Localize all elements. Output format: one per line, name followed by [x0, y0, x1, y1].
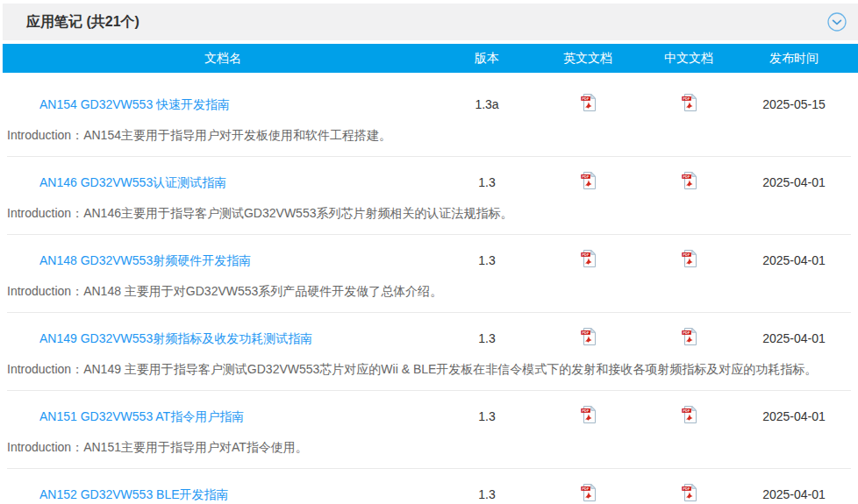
pdf-icon[interactable]: PDF — [581, 94, 596, 111]
column-header-version: 版本 — [439, 51, 535, 67]
doc-link[interactable]: AN146 GD32VW553认证测试指南 — [39, 175, 226, 189]
doc-date: 2025-04-01 — [737, 409, 851, 423]
doc-date: 2025-04-01 — [737, 253, 851, 267]
doc-introduction: Introduction：AN154主要用于指导用户对开发板使用和软件工程搭建。 — [7, 127, 851, 143]
svg-text:PDF: PDF — [683, 252, 690, 257]
table-header-row: 文档名 版本 英文文档 中文文档 发布时间 — [3, 44, 858, 73]
table-row: AN149 GD32VW553射频指标及收发功耗测试指南 1.3 PDF PDF… — [7, 313, 851, 391]
column-header-docname: 文档名 — [7, 51, 439, 67]
doc-introduction: Introduction：AN148 主要用于对GD32VW553系列产品硬件开… — [7, 283, 851, 299]
doc-date: 2025-05-15 — [737, 97, 851, 111]
svg-text:PDF: PDF — [683, 96, 690, 101]
pdf-icon[interactable]: PDF — [581, 250, 596, 267]
pdf-icon[interactable]: PDF — [581, 484, 596, 501]
doc-introduction: Introduction：AN146主要用于指导客户测试GD32VW553系列芯… — [7, 205, 851, 221]
doc-introduction: Introduction：AN149 主要用于指导客户测试GD32VW553芯片… — [7, 361, 851, 377]
doc-link[interactable]: AN154 GD32VW553 快速开发指南 — [39, 97, 230, 111]
doc-introduction: Introduction：AN151主要用于指导用户对AT指令使用。 — [7, 439, 851, 455]
svg-text:PDF: PDF — [582, 486, 589, 491]
pdf-icon[interactable]: PDF — [682, 406, 697, 423]
table-row: AN151 GD32VW553 AT指令用户指南 1.3 PDF PDF 202… — [7, 391, 851, 469]
doc-date: 2025-04-01 — [737, 331, 851, 345]
pdf-icon[interactable]: PDF — [682, 328, 697, 345]
doc-version: 1.3 — [439, 487, 535, 501]
doc-version: 1.3 — [439, 409, 535, 423]
doc-link[interactable]: AN149 GD32VW553射频指标及收发功耗测试指南 — [39, 331, 312, 345]
table-row: AN146 GD32VW553认证测试指南 1.3 PDF PDF 2025-0… — [7, 157, 851, 235]
pdf-icon[interactable]: PDF — [682, 172, 697, 189]
column-header-english-doc: 英文文档 — [535, 51, 640, 67]
column-header-release-date: 发布时间 — [737, 51, 851, 67]
column-header-chinese-doc: 中文文档 — [640, 51, 737, 67]
pdf-icon[interactable]: PDF — [581, 328, 596, 345]
doc-version: 1.3 — [439, 175, 535, 189]
doc-date: 2025-04-01 — [737, 487, 851, 501]
doc-link[interactable]: AN152 GD32VW553 BLE开发指南 — [39, 487, 229, 501]
section-title: 应用笔记 (共21个) — [26, 13, 139, 32]
doc-version: 1.3 — [439, 253, 535, 267]
doc-version: 1.3 — [439, 331, 535, 345]
svg-text:PDF: PDF — [582, 330, 589, 335]
svg-text:PDF: PDF — [582, 96, 589, 101]
document-list: AN154 GD32VW553 快速开发指南 1.3a PDF PDF 2025… — [7, 73, 851, 504]
table-row: AN154 GD32VW553 快速开发指南 1.3a PDF PDF 2025… — [7, 73, 851, 157]
svg-text:PDF: PDF — [683, 486, 690, 491]
svg-text:PDF: PDF — [683, 330, 690, 335]
svg-text:PDF: PDF — [683, 408, 690, 413]
doc-date: 2025-04-01 — [737, 175, 851, 189]
doc-link[interactable]: AN148 GD32VW553射频硬件开发指南 — [39, 253, 251, 267]
svg-text:PDF: PDF — [582, 408, 589, 413]
section-header[interactable]: 应用笔记 (共21个) — [3, 4, 858, 40]
svg-text:PDF: PDF — [582, 174, 589, 179]
table-row: AN148 GD32VW553射频硬件开发指南 1.3 PDF PDF 2025… — [7, 235, 851, 313]
pdf-icon[interactable]: PDF — [682, 94, 697, 111]
table-row: AN152 GD32VW553 BLE开发指南 1.3 PDF PDF 2025… — [7, 469, 851, 504]
pdf-icon[interactable]: PDF — [581, 406, 596, 423]
pdf-icon[interactable]: PDF — [682, 250, 697, 267]
doc-version: 1.3a — [439, 97, 535, 111]
doc-link[interactable]: AN151 GD32VW553 AT指令用户指南 — [39, 409, 244, 423]
svg-text:PDF: PDF — [582, 252, 589, 257]
pdf-icon[interactable]: PDF — [682, 484, 697, 501]
pdf-icon[interactable]: PDF — [581, 172, 596, 189]
svg-text:PDF: PDF — [683, 174, 690, 179]
chevron-down-icon[interactable] — [826, 11, 847, 32]
